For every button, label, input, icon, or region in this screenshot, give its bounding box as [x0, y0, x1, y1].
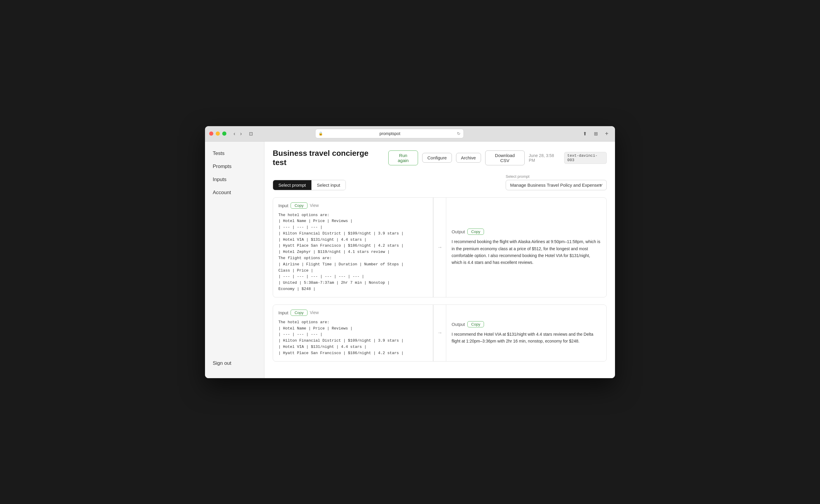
main-content: Business travel concierge test Run again…: [265, 142, 615, 378]
tab-select-input[interactable]: Select input: [312, 180, 346, 190]
arrow-divider-2: →: [433, 305, 446, 361]
test-input-header-1: Input Copy View: [278, 202, 428, 209]
test-section-2: Input Copy View The hotel options are: |…: [273, 305, 607, 362]
share-button[interactable]: ⬆: [580, 130, 589, 138]
sidebar: Tests Prompts Inputs Account Sign out: [205, 142, 265, 378]
configure-button[interactable]: Configure: [422, 153, 452, 163]
download-csv-button[interactable]: Download CSV: [485, 150, 525, 165]
address-bar: 🔒 promptspot ↻: [315, 129, 464, 138]
nav-arrows: ‹ ›: [232, 130, 244, 137]
sidebar-item-inputs[interactable]: Inputs: [209, 174, 261, 186]
close-button[interactable]: [209, 131, 213, 136]
app-body: Tests Prompts Inputs Account Sign out: [205, 142, 615, 378]
sidebar-nav: Tests Prompts Inputs Account: [205, 148, 264, 357]
output-label-1: Output: [452, 229, 465, 234]
test-output-panel-1: Output Copy I recommend booking the flig…: [446, 224, 606, 270]
sidebar-item-prompts[interactable]: Prompts: [209, 161, 261, 172]
sidebar-item-account[interactable]: Account: [209, 187, 261, 199]
test-section-1: Input Copy View The hotel options are: |…: [273, 197, 607, 297]
titlebar: ‹ › ⊡ 🔒 promptspot ↻ ⬆ ⊞ +: [205, 126, 615, 142]
sidebar-item-tests[interactable]: Tests: [209, 148, 261, 159]
input-label-1: Input: [278, 203, 288, 208]
header-meta: June 28, 3:58 PM text-davinci-003: [529, 152, 607, 164]
sidebar-toggle-button[interactable]: ⊡: [247, 130, 255, 138]
output-content-2: I recommend the Hotel VIA at $131/night …: [452, 331, 601, 345]
app-window: ‹ › ⊡ 🔒 promptspot ↻ ⬆ ⊞ + Tests Prompts: [205, 126, 615, 378]
refresh-button[interactable]: ↻: [457, 131, 460, 136]
traffic-lights: [209, 131, 227, 136]
new-tab-button[interactable]: +: [602, 130, 611, 138]
test-input-header-2: Input Copy View: [278, 310, 428, 316]
tab-select-prompt[interactable]: Select prompt: [273, 180, 312, 190]
input-label-2: Input: [278, 310, 288, 315]
sidebar-bottom: Sign out: [205, 357, 264, 372]
input-view-button-2[interactable]: View: [310, 310, 319, 315]
test-output-panel-2: Output Copy I recommend the Hotel VIA at…: [446, 316, 606, 349]
page-title: Business travel concierge test: [273, 149, 382, 167]
input-copy-button-2[interactable]: Copy: [291, 310, 307, 316]
titlebar-right: ⬆ ⊞ +: [580, 130, 611, 138]
forward-button[interactable]: ›: [238, 130, 244, 137]
prompt-select[interactable]: Manage Business Travel Policy and Expens…: [506, 180, 607, 190]
url-text: promptspot: [325, 131, 455, 136]
input-content-2: The hotel options are: | Hotel Name | Pr…: [278, 319, 428, 356]
input-content-1: The hotel options are: | Hotel Name | Pr…: [278, 212, 428, 292]
arrow-divider-1: →: [433, 198, 446, 297]
maximize-button[interactable]: [222, 131, 227, 136]
prompt-selector-row: Select prompt Select input Select prompt…: [273, 174, 607, 190]
tabs-group: Select prompt Select input: [273, 180, 346, 190]
model-badge: text-davinci-003: [564, 152, 607, 164]
lock-icon: 🔒: [319, 131, 323, 136]
back-button[interactable]: ‹: [232, 130, 237, 137]
minimize-button[interactable]: [216, 131, 220, 136]
header-date: June 28, 3:58 PM: [529, 153, 561, 163]
test-output-header-1: Output Copy: [452, 229, 601, 235]
output-content-1: I recommend booking the flight with Alas…: [452, 238, 601, 266]
archive-button[interactable]: Archive: [456, 153, 481, 163]
input-copy-button-1[interactable]: Copy: [291, 202, 307, 209]
output-copy-button-1[interactable]: Copy: [467, 229, 484, 235]
test-input-panel-1: Input Copy View The hotel options are: |…: [273, 198, 433, 297]
test-output-header-2: Output Copy: [452, 321, 601, 327]
output-label-2: Output: [452, 322, 465, 327]
signout-button[interactable]: Sign out: [209, 357, 261, 369]
input-view-button-1[interactable]: View: [310, 203, 319, 208]
run-again-button[interactable]: Run again: [388, 150, 418, 165]
select-prompt-group: Select prompt Manage Business Travel Pol…: [506, 174, 607, 190]
test-input-panel-2: Input Copy View The hotel options are: |…: [273, 305, 433, 361]
select-prompt-label: Select prompt: [506, 174, 529, 179]
window-button[interactable]: ⊞: [591, 130, 600, 138]
page-header: Business travel concierge test Run again…: [273, 149, 607, 167]
output-copy-button-2[interactable]: Copy: [467, 321, 484, 327]
